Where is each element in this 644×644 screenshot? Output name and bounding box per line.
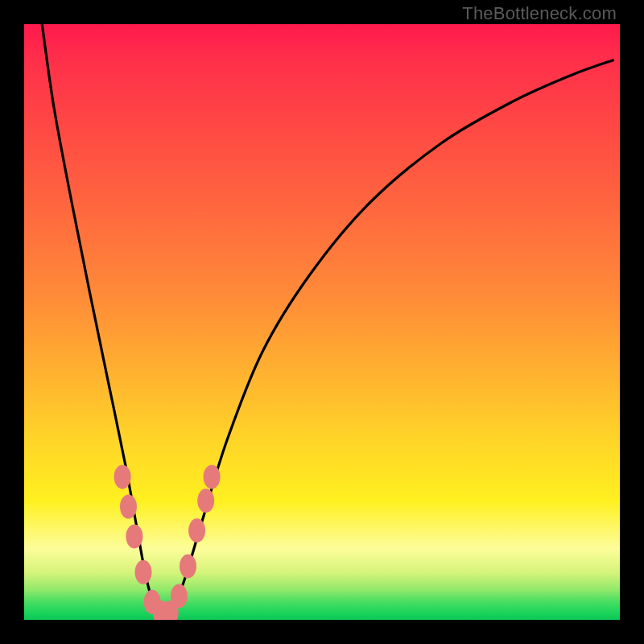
plot-area bbox=[24, 24, 620, 620]
marker-dot bbox=[120, 494, 137, 518]
marker-dot bbox=[197, 489, 214, 513]
marker-dot bbox=[188, 518, 205, 543]
chart-svg bbox=[24, 24, 620, 620]
marker-dot bbox=[135, 560, 152, 584]
bottleneck-curve bbox=[42, 24, 613, 614]
chart-frame: TheBottleneck.com bbox=[0, 0, 644, 644]
marker-dot bbox=[171, 584, 188, 608]
marker-dot bbox=[126, 524, 142, 548]
marker-dot bbox=[180, 554, 196, 578]
marker-dot bbox=[204, 464, 221, 489]
watermark-text: TheBottleneck.com bbox=[462, 3, 617, 24]
marker-dot bbox=[114, 464, 131, 489]
